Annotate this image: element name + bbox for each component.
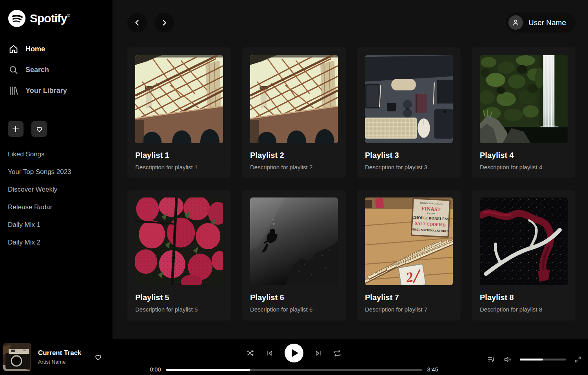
person-icon bbox=[512, 18, 520, 27]
sidebar-item-search[interactable]: Search bbox=[7, 62, 105, 78]
repeat-icon bbox=[333, 349, 342, 358]
scuba-diver-photo bbox=[250, 197, 338, 285]
user-name-label: User Name bbox=[528, 18, 566, 27]
spotify-logo: Spotify® bbox=[7, 9, 105, 27]
sidebar: Spotify® Home Search Your Library bbox=[0, 0, 113, 339]
card-title: Playlist 2 bbox=[250, 151, 338, 160]
user-menu-button[interactable]: User Name bbox=[506, 13, 575, 33]
playlist-card-2[interactable]: Playlist 2 Description for playlist 2 bbox=[242, 47, 346, 178]
previous-track-icon bbox=[266, 349, 274, 357]
repeat-button[interactable] bbox=[333, 349, 342, 358]
sidebar-nav: Home Search Your Library bbox=[7, 41, 105, 99]
album-art-camera-photo bbox=[3, 343, 31, 371]
svg-text:FINAST: FINAST bbox=[421, 206, 441, 213]
app-window: Spotify® Home Search Your Library bbox=[0, 0, 588, 339]
back-button[interactable] bbox=[127, 13, 147, 33]
library-icon bbox=[9, 86, 18, 96]
player-right-controls bbox=[487, 355, 582, 364]
playlist-link-discover-weekly[interactable]: Discover Weekly bbox=[7, 181, 105, 198]
card-title: Playlist 5 bbox=[135, 293, 223, 302]
price-card: 2 bbox=[398, 264, 426, 285]
sidebar-item-label: Your Library bbox=[25, 87, 67, 95]
waterfall-photo bbox=[480, 55, 568, 143]
sidebar-item-label: Search bbox=[25, 66, 49, 74]
chevron-left-icon bbox=[133, 18, 142, 27]
sidebar-item-home[interactable]: Home bbox=[7, 41, 105, 58]
progress-bar[interactable] bbox=[166, 369, 422, 371]
card-title: Playlist 8 bbox=[480, 293, 568, 302]
strawberries-photo bbox=[135, 197, 223, 285]
total-duration: 3:45 bbox=[427, 366, 441, 373]
forward-button[interactable] bbox=[154, 13, 174, 33]
volume-slider[interactable] bbox=[520, 359, 566, 361]
next-track-icon bbox=[314, 349, 322, 357]
expand-icon bbox=[574, 356, 582, 363]
playlist-link-daily-mix-1[interactable]: Daily Mix 1 bbox=[7, 216, 105, 234]
playlist-link-top-songs[interactable]: Your Top Songs 2023 bbox=[7, 163, 105, 181]
rulers-photo: PRODUCT OF CANADA FINAST BRAND CHOICE BO… bbox=[365, 197, 453, 285]
shuffle-button[interactable] bbox=[246, 349, 255, 358]
card-description: Description for playlist 5 bbox=[135, 306, 223, 313]
card-description: Description for playlist 2 bbox=[250, 164, 338, 170]
player-bar: Current Track Artist Name bbox=[0, 339, 588, 375]
logo-wordmark: Spotify® bbox=[30, 12, 70, 25]
playlist-link-daily-mix-2[interactable]: Daily Mix 2 bbox=[7, 234, 105, 251]
artist-name: Artist Name bbox=[38, 359, 82, 365]
plus-icon bbox=[12, 125, 20, 133]
bridge-truss-photo bbox=[250, 55, 338, 143]
playlist-list: Liked Songs Your Top Songs 2023 Discover… bbox=[7, 145, 105, 251]
heart-icon bbox=[94, 353, 103, 362]
now-playing: Current Track Artist Name bbox=[3, 343, 103, 371]
create-playlist-button[interactable] bbox=[8, 121, 24, 137]
heart-icon bbox=[35, 125, 44, 133]
card-title: Playlist 3 bbox=[365, 151, 453, 160]
next-button[interactable] bbox=[314, 349, 322, 357]
track-title: Current Track bbox=[38, 349, 82, 357]
vintage-sign: PRODUCT OF CANADA FINAST BRAND CHOICE BO… bbox=[411, 198, 450, 237]
spotify-logo-icon bbox=[8, 9, 26, 27]
playlist-card-5[interactable]: Playlist 5 Description for playlist 5 bbox=[127, 190, 231, 321]
volume-fill bbox=[520, 359, 543, 361]
play-button[interactable] bbox=[285, 344, 303, 362]
liked-songs-button[interactable] bbox=[31, 121, 47, 137]
playlist-link-liked-songs[interactable]: Liked Songs bbox=[7, 145, 105, 163]
like-track-button[interactable] bbox=[94, 353, 103, 362]
playlist-card-8[interactable]: Playlist 8 Description for playlist 8 bbox=[472, 190, 575, 321]
main-content: User Name bbox=[113, 0, 588, 339]
registered-mark: ® bbox=[67, 13, 70, 18]
playlist-card-3[interactable]: Playlist 3 Description for playlist 3 bbox=[357, 47, 461, 178]
playlist-card-6[interactable]: Playlist 6 Description for playlist 6 bbox=[242, 190, 346, 321]
queue-icon bbox=[487, 355, 495, 364]
avatar bbox=[508, 15, 523, 30]
desk-flatlay-photo bbox=[365, 55, 453, 143]
play-icon bbox=[285, 344, 303, 362]
bridge-truss-photo bbox=[135, 55, 223, 143]
queue-button[interactable] bbox=[487, 355, 495, 364]
card-description: Description for playlist 8 bbox=[480, 306, 568, 313]
volume-icon bbox=[503, 355, 512, 364]
card-title: Playlist 7 bbox=[365, 293, 453, 302]
fullscreen-button[interactable] bbox=[574, 356, 582, 363]
playlist-card-7[interactable]: PRODUCT OF CANADA FINAST BRAND CHOICE BO… bbox=[357, 190, 461, 321]
playback-controls bbox=[246, 344, 342, 362]
chevron-right-icon bbox=[160, 18, 169, 27]
playlist-link-release-radar[interactable]: Release Radar bbox=[7, 198, 105, 216]
card-title: Playlist 6 bbox=[250, 293, 338, 302]
progress-fill bbox=[166, 369, 250, 371]
playlist-grid: Playlist 1 Description for playlist 1 bbox=[127, 47, 575, 321]
playlist-card-1[interactable]: Playlist 1 Description for playlist 1 bbox=[127, 47, 231, 178]
track-info: Current Track Artist Name bbox=[38, 349, 82, 365]
svg-text:BRAND: BRAND bbox=[427, 212, 435, 215]
sidebar-item-label: Home bbox=[25, 45, 45, 53]
card-description: Description for playlist 6 bbox=[250, 306, 338, 313]
history-nav bbox=[127, 13, 174, 33]
playlist-card-4[interactable]: Playlist 4 Description for playlist 4 bbox=[472, 47, 575, 178]
progress-section: 0:00 3:45 bbox=[147, 366, 441, 373]
volume-button[interactable] bbox=[503, 355, 512, 364]
sidebar-item-your-library[interactable]: Your Library bbox=[7, 82, 105, 99]
home-icon bbox=[9, 44, 18, 54]
card-description: Description for playlist 3 bbox=[365, 164, 453, 170]
previous-button[interactable] bbox=[266, 349, 274, 357]
search-icon bbox=[9, 65, 18, 75]
card-description: Description for playlist 7 bbox=[365, 306, 453, 313]
